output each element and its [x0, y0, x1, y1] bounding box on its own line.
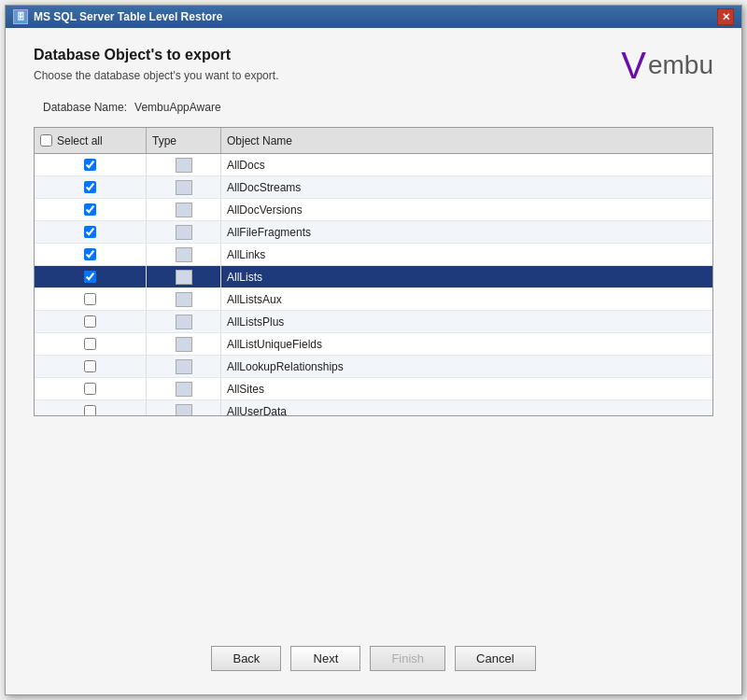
type-icon [176, 225, 192, 240]
bottom-section: Back Next Finish Cancel [34, 416, 713, 680]
logo: V embu [621, 47, 713, 84]
type-icon [176, 404, 192, 416]
object-name: AllSites [221, 378, 712, 399]
cancel-button[interactable]: Cancel [455, 646, 535, 671]
type-icon [176, 247, 192, 262]
row-checkbox[interactable] [84, 360, 96, 372]
object-name: AllUserData [221, 400, 712, 415]
type-icon [176, 203, 192, 217]
objects-table: Select all Type Object Name AllDocsAllDo… [34, 127, 713, 416]
page-subtitle: Choose the database object's you want to… [34, 69, 278, 82]
object-name: AllLists [221, 266, 712, 287]
type-icon [176, 359, 192, 374]
type-icon [176, 270, 192, 285]
table-row[interactable]: AllDocs [35, 154, 712, 176]
back-button[interactable]: Back [211, 646, 281, 671]
object-name: AllFileFragments [221, 221, 712, 243]
logo-v: V [621, 47, 646, 84]
object-name: AllListsPlus [221, 311, 712, 332]
row-checkbox[interactable] [84, 248, 96, 260]
row-checkbox[interactable] [84, 338, 96, 350]
row-checkbox[interactable] [84, 226, 96, 238]
select-all-checkbox[interactable] [40, 134, 52, 147]
table-row[interactable]: AllListsPlus [35, 311, 712, 333]
title-bar-text: 🗄 MS SQL Server Table Level Restore [13, 9, 222, 24]
object-name: AllLookupRelationships [221, 356, 712, 377]
object-name: AllDocs [221, 154, 712, 175]
table-body: AllDocsAllDocStreamsAllDocVersionsAllFil… [35, 154, 712, 415]
table-row[interactable]: AllListsAux [35, 288, 712, 311]
main-window: 🗄 MS SQL Server Table Level Restore ✕ Da… [5, 5, 742, 695]
app-icon: 🗄 [13, 9, 28, 24]
row-checkbox[interactable] [84, 203, 96, 216]
row-checkbox[interactable] [84, 315, 96, 328]
page-title: Database Object's to export [34, 47, 278, 63]
row-checkbox[interactable] [84, 159, 96, 171]
finish-button[interactable]: Finish [370, 646, 445, 671]
table-row[interactable]: AllUserData [35, 400, 712, 415]
row-checkbox[interactable] [84, 293, 96, 305]
col-type: Type [147, 128, 221, 153]
close-button[interactable]: ✕ [717, 8, 734, 25]
row-checkbox[interactable] [84, 383, 96, 395]
type-icon [176, 292, 192, 307]
table-row[interactable]: AllListUniqueFields [35, 333, 712, 356]
table-row[interactable]: AllLinks [35, 244, 712, 266]
content-area: Database Object's to export Choose the d… [6, 28, 741, 694]
table-row[interactable]: AllLookupRelationships [35, 356, 712, 378]
title-bar: 🗄 MS SQL Server Table Level Restore ✕ [6, 6, 741, 28]
table-row[interactable]: AllDocStreams [35, 176, 712, 199]
object-name: AllListUniqueFields [221, 333, 712, 355]
type-icon [176, 180, 192, 195]
col-object-name: Object Name [221, 128, 696, 153]
type-icon [176, 315, 192, 329]
type-icon [176, 382, 192, 397]
button-row: Back Next Finish Cancel [211, 646, 535, 671]
table-row[interactable]: AllDocVersions [35, 199, 712, 221]
header-section: Database Object's to export Choose the d… [34, 47, 713, 84]
object-name: AllDocVersions [221, 199, 712, 220]
table-row[interactable]: AllSites [35, 378, 712, 400]
type-icon [176, 337, 192, 352]
table-header: Select all Type Object Name [35, 128, 712, 154]
page-header: Database Object's to export Choose the d… [34, 47, 278, 82]
object-name: AllListsAux [221, 288, 712, 310]
db-name-row: Database Name: VembuAppAware [34, 101, 713, 114]
row-checkbox[interactable] [84, 271, 96, 283]
col-select-all: Select all [35, 128, 147, 153]
type-icon [176, 158, 192, 173]
logo-text: embu [648, 50, 713, 80]
table-row[interactable]: AllFileFragments [35, 221, 712, 244]
db-name-label: Database Name: [43, 101, 127, 114]
object-name: AllLinks [221, 244, 712, 265]
db-name-value: VembuAppAware [134, 101, 221, 114]
row-checkbox[interactable] [84, 405, 96, 415]
table-row[interactable]: AllLists [35, 266, 712, 288]
row-checkbox[interactable] [84, 181, 96, 193]
object-name: AllDocStreams [221, 176, 712, 198]
next-button[interactable]: Next [290, 646, 360, 671]
